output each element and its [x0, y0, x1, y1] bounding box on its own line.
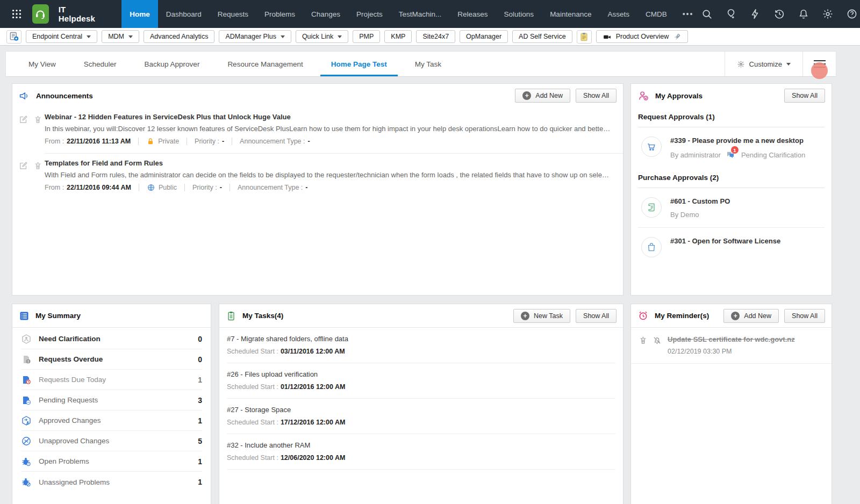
- summary-row-requests-due-today[interactable]: Requests Due Today 1: [21, 370, 202, 390]
- nav-item-cmdb[interactable]: CMDB: [637, 0, 675, 28]
- add-new-reminder-button[interactable]: Add New: [723, 309, 779, 323]
- new-task-button[interactable]: New Task: [513, 309, 570, 323]
- edit-icon[interactable]: [19, 115, 28, 146]
- tab-scheduler[interactable]: Scheduler: [70, 52, 131, 76]
- tab-my-task[interactable]: My Task: [401, 52, 455, 76]
- tab-resource-management[interactable]: Resource Management: [213, 52, 317, 76]
- summary-row-approved-changes[interactable]: Approved Changes 1: [21, 411, 202, 431]
- toolbar-btn-kmp[interactable]: KMP: [384, 30, 412, 43]
- notifications-icon[interactable]: [798, 8, 809, 20]
- announcement-date: 22/11/2016 09:44 AM: [67, 184, 131, 191]
- approval-title[interactable]: #601 - Custom PO: [670, 197, 730, 205]
- approval-title[interactable]: #339 - Please provide me a new desktop: [670, 136, 805, 145]
- approval-title[interactable]: #301 - Open for Software License: [670, 237, 780, 245]
- summary-row-unapproved-changes[interactable]: Unapproved Changes 5: [21, 431, 202, 451]
- summary-row-unassigned-problems[interactable]: Unassigned Problems 1: [21, 472, 202, 492]
- approver-person-icon: [637, 90, 649, 102]
- gear-icon: [737, 60, 745, 68]
- tab-backup-approver[interactable]: Backup Approver: [131, 52, 214, 76]
- task-scheduled-start: 03/11/2016 12:00 AM: [281, 348, 345, 355]
- product-title: IT Helpdesk: [59, 5, 98, 23]
- nav-item-dashboard[interactable]: Dashboard: [158, 0, 210, 28]
- product-overview-button[interactable]: Product Overview: [596, 30, 689, 43]
- tab-my-view[interactable]: My View: [15, 52, 70, 76]
- unapproved-changes-icon: [21, 436, 32, 447]
- summary-row-pending-requests[interactable]: Pending Requests 3: [21, 390, 202, 411]
- delete-trash-icon[interactable]: [33, 161, 42, 192]
- main-menu: Home Dashboard Requests Problems Changes…: [121, 0, 701, 28]
- announcement-meta: From : 22/11/2016 09:44 AM Public Priori…: [45, 183, 612, 192]
- toolbar-btn-advanced-analytics[interactable]: Advanced Analytics: [144, 30, 214, 43]
- show-all-approvals-button[interactable]: Show All: [784, 89, 825, 103]
- announcement-title[interactable]: Templates for Field and Form Rules: [45, 159, 612, 167]
- nav-item-releases[interactable]: Releases: [449, 0, 496, 28]
- nav-item-home[interactable]: Home: [121, 0, 158, 28]
- nav-item-solutions[interactable]: Solutions: [496, 0, 542, 28]
- nav-item-maintenance[interactable]: Maintenance: [542, 0, 599, 28]
- tab-home-page-test[interactable]: Home Page Test: [317, 52, 401, 76]
- summary-row-open-problems[interactable]: Open Problems 1: [21, 451, 202, 472]
- show-all-reminders-button[interactable]: Show All: [784, 309, 825, 323]
- announcement-meta: From : 22/11/2016 11:13 AM Private Prior…: [45, 137, 612, 146]
- task-scheduled-start: 01/12/2016 12:00 AM: [281, 383, 345, 391]
- nav-item-projects[interactable]: Projects: [348, 0, 391, 28]
- task-title[interactable]: #27 - Storage Space: [227, 406, 615, 414]
- app-grid-icon[interactable]: [11, 8, 23, 20]
- nav-item-testmachine[interactable]: TestMachin...: [391, 0, 450, 28]
- toolbar-btn-admanager-plus[interactable]: ADManager Plus: [219, 30, 291, 43]
- settings-gear-icon[interactable]: [822, 8, 834, 20]
- new-announcement-icon[interactable]: [6, 30, 22, 44]
- nav-item-problems[interactable]: Problems: [256, 0, 303, 28]
- summary-row-requests-overdue[interactable]: Requests Overdue 0: [21, 349, 202, 370]
- whats-new-icon[interactable]: [725, 8, 737, 20]
- globe-icon: [147, 183, 155, 192]
- divider: [230, 184, 230, 191]
- my-summary-panel: My Summary Need Clarification 0 Requests…: [12, 304, 211, 504]
- summary-count: 1: [198, 478, 202, 486]
- toolbar-btn-mdm[interactable]: MDM: [102, 30, 139, 43]
- nav-item-requests[interactable]: Requests: [210, 0, 256, 28]
- reminder-title[interactable]: Update SSL certificate for wdc.govt.nz: [668, 335, 795, 343]
- my-approvals-panel: My Approvals Show All Request Approvals …: [630, 83, 832, 296]
- approval-status: Pending Clarification: [741, 151, 805, 159]
- toolbar-btn-ad-self-service[interactable]: AD Self Service: [512, 30, 572, 43]
- toolbar-btn-pmp[interactable]: PMP: [353, 30, 380, 43]
- show-all-tasks-button[interactable]: Show All: [576, 309, 617, 323]
- delete-trash-icon[interactable]: [639, 336, 648, 345]
- summary-row-need-clarification[interactable]: Need Clarification 0: [21, 329, 202, 349]
- pending-requests-icon: [21, 395, 32, 406]
- task-title[interactable]: #32 - Include another RAM: [227, 441, 615, 449]
- task-title[interactable]: #7 - Migrate shared folders, offline dat…: [227, 335, 615, 343]
- toolbar-btn-endpoint-central[interactable]: Endpoint Central: [26, 30, 97, 43]
- show-all-announcements-button[interactable]: Show All: [576, 89, 617, 103]
- chevron-down-icon: [281, 35, 285, 38]
- task-title[interactable]: #26 - Files upload verification: [227, 370, 615, 378]
- announcement-title[interactable]: Webinar - 12 Hidden Features in ServiceD…: [45, 113, 612, 121]
- help-icon[interactable]: [846, 8, 858, 20]
- quick-actions-icon[interactable]: [749, 8, 761, 20]
- nav-item-assets[interactable]: Assets: [599, 0, 637, 28]
- search-icon[interactable]: [701, 8, 713, 20]
- summary-count: 1: [198, 457, 202, 466]
- edit-icon[interactable]: [19, 161, 28, 192]
- toolbar-btn-site24x7[interactable]: Site24x7: [416, 30, 455, 43]
- toolbar-btn-quick-link[interactable]: Quick Link: [296, 30, 348, 43]
- task-scheduled-start: 17/12/2016 12:00 AM: [281, 419, 345, 426]
- notes-clipboard-icon[interactable]: [577, 30, 592, 44]
- panel-list-menu-icon[interactable]: [802, 52, 836, 76]
- add-new-announcement-button[interactable]: Add New: [515, 89, 570, 103]
- nav-more-menu[interactable]: •••: [675, 0, 701, 28]
- nav-item-changes[interactable]: Changes: [303, 0, 348, 28]
- divider: [232, 138, 232, 145]
- delete-trash-icon[interactable]: [33, 115, 42, 146]
- clarification-chat-icon[interactable]: 1: [725, 150, 737, 160]
- bell-off-icon[interactable]: [653, 336, 662, 345]
- helpdesk-logo[interactable]: [32, 4, 49, 24]
- approvals-section-heading: Request Approvals (1): [638, 107, 825, 127]
- toolbar-btn-opmanager[interactable]: OpManager: [460, 30, 508, 43]
- customize-button[interactable]: Customize: [725, 52, 802, 76]
- announcement-description: In this webinar, you will:Discover 12 le…: [45, 125, 612, 133]
- chevron-down-icon: [338, 35, 342, 38]
- tasks-clipboard-icon: [226, 311, 236, 321]
- history-icon[interactable]: [773, 8, 785, 20]
